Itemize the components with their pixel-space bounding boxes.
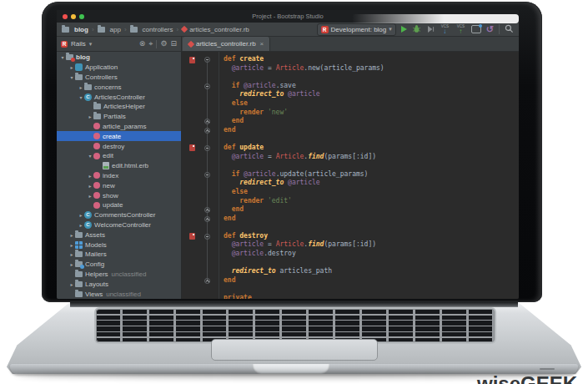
tree-item-config[interactable]: ▸Config (57, 260, 181, 270)
fold-end-icon[interactable] (204, 216, 210, 222)
tree-item-application[interactable]: ▸Application (57, 63, 181, 73)
code-line[interactable]: def create (182, 55, 519, 64)
expander-icon[interactable]: ▸ (68, 242, 75, 248)
code-line[interactable]: def destroy (182, 232, 519, 241)
code-line[interactable]: @article.destroy (182, 250, 519, 259)
tree-item-views[interactable]: Viewsunclassified (57, 289, 181, 299)
expander-icon[interactable]: ▸ (68, 232, 75, 238)
tree-item-blog[interactable]: ▾blog (57, 53, 181, 63)
hide-panel-button[interactable]: ⊟ (170, 40, 177, 48)
expander-icon[interactable]: ▸ (68, 64, 75, 70)
code-line[interactable]: @article = Article.new(article_params) (182, 64, 519, 73)
tree-item-partials[interactable]: ▸Partials (57, 112, 181, 122)
tree-item-edit-html-erb[interactable]: edit.html.erb (57, 161, 181, 171)
controller-action-gutter-icon[interactable] (189, 233, 195, 240)
fold-end-icon[interactable] (204, 119, 210, 124)
run-configuration-selector[interactable]: R Development: blog ▾ (317, 23, 396, 36)
code-line[interactable] (182, 134, 519, 144)
tree-item-welcomecontroller[interactable]: ▸CWelcomeController (57, 220, 181, 230)
fold-open-icon[interactable] (204, 234, 210, 240)
tree-item-controllers[interactable]: ▾Controllers (57, 73, 181, 83)
fold-end-icon[interactable] (204, 128, 210, 134)
tree-item-edit[interactable]: ▾edit (57, 151, 181, 161)
breadcrumb-item-articles-controller-rb[interactable]: articles_controller.rb (182, 26, 249, 33)
fold-open-icon[interactable] (204, 83, 210, 89)
breadcrumb-item-app[interactable]: app (98, 26, 121, 33)
search-everywhere-button[interactable] (505, 22, 514, 37)
chevron-down-icon[interactable]: ▾ (89, 40, 93, 48)
vcs-changes-button[interactable] (471, 25, 481, 33)
controller-action-gutter-icon[interactable] (189, 144, 195, 151)
project-view-selector[interactable]: Rails (71, 40, 86, 48)
locate-file-button[interactable]: ⌖ (148, 40, 153, 48)
fold-end-icon[interactable] (204, 207, 210, 213)
expander-icon[interactable]: ▸ (78, 212, 84, 218)
code-line[interactable]: redirect_to @article (182, 179, 519, 188)
rollback-button[interactable]: ↺ (486, 25, 494, 34)
code-line[interactable]: render 'new' (182, 109, 519, 118)
vcs-update-button[interactable]: VCS ↓ (440, 24, 450, 35)
expander-icon[interactable]: ▸ (78, 84, 84, 90)
tree-item-concerns[interactable]: ▸concerns (57, 82, 181, 92)
tree-item-commentscontroller[interactable]: ▸CCommentsController (57, 210, 181, 220)
tree-item-mailers[interactable]: ▸Mailers (57, 250, 181, 260)
vcs-commit-button[interactable]: VCS ↑ (455, 24, 466, 35)
expander-icon[interactable]: ▾ (78, 94, 84, 100)
code-line[interactable] (182, 259, 519, 268)
fold-open-icon[interactable] (204, 145, 210, 151)
tab-articles-controller[interactable]: articles_controller.rb × (183, 37, 270, 51)
tree-item-update[interactable]: update (57, 200, 181, 210)
tree-item-articlescontroller[interactable]: ▾CArticlesController (57, 92, 181, 102)
code-line[interactable] (182, 285, 519, 294)
tree-item-show[interactable]: ▸show (57, 190, 181, 200)
tree-item-assets[interactable]: ▸Assets (57, 230, 181, 240)
breadcrumb-item-blog[interactable]: blog (62, 26, 88, 33)
code-editor[interactable]: def create @article = Article.new(articl… (182, 52, 519, 299)
controller-action-gutter-icon[interactable] (189, 57, 195, 63)
code-line[interactable] (182, 223, 519, 232)
tree-item-articleshelper[interactable]: ArticlesHelper (57, 102, 181, 112)
tree-item-models[interactable]: ▸Models (57, 240, 181, 250)
code-line[interactable]: if @article.save (182, 82, 519, 91)
run-button[interactable] (401, 26, 407, 33)
expander-icon[interactable]: ▾ (59, 54, 66, 60)
tree-item-article-params[interactable]: article_params (57, 122, 181, 132)
expander-icon[interactable]: ▸ (68, 251, 75, 257)
expander-icon[interactable]: ▸ (78, 222, 84, 228)
code-line[interactable]: redirect_to articles_path (182, 267, 519, 276)
expander-icon[interactable]: ▸ (68, 281, 75, 287)
code-line[interactable]: end (182, 215, 519, 224)
code-line[interactable]: else (182, 188, 519, 197)
fold-open-icon[interactable] (204, 172, 210, 178)
fold-end-icon[interactable] (204, 278, 210, 284)
code-line[interactable]: redirect_to @article (182, 90, 519, 99)
code-line[interactable]: def update (182, 144, 519, 153)
expander-icon[interactable]: ▸ (87, 193, 93, 199)
code-line[interactable]: end (182, 276, 519, 285)
expander-icon[interactable]: ▾ (87, 153, 93, 159)
code-line[interactable]: else (182, 99, 519, 109)
tree-item-helpers[interactable]: Helpersunclassified (57, 270, 181, 280)
expander-icon[interactable]: ▸ (87, 173, 93, 179)
code-line[interactable]: end (182, 126, 519, 135)
expander-icon[interactable]: ▸ (87, 183, 93, 189)
code-line[interactable] (182, 161, 519, 170)
code-line[interactable] (182, 73, 519, 82)
tab-close-icon[interactable]: × (260, 40, 264, 48)
tree-item-layouts[interactable]: ▸Layouts (57, 279, 181, 289)
code-line[interactable]: @article = Article.find(params[:id]) (182, 240, 519, 250)
debug-button[interactable] (412, 22, 421, 37)
code-line[interactable]: private (182, 294, 519, 299)
code-line[interactable]: render 'edit' (182, 197, 519, 206)
settings-gear-button[interactable]: ⚙ (160, 40, 167, 48)
tree-item-index[interactable]: ▸index (57, 171, 181, 181)
expander-icon[interactable]: ▸ (87, 114, 93, 119)
tree-item-create[interactable]: create (57, 131, 181, 141)
fold-open-icon[interactable] (204, 57, 210, 63)
code-line[interactable]: if @article.update(article_params) (182, 170, 519, 179)
code-line[interactable]: @article = Article.find(params[:id]) (182, 153, 519, 162)
collapse-all-button[interactable]: ⊗ (139, 40, 146, 48)
tree-item-destroy[interactable]: destroy (57, 141, 181, 151)
code-line[interactable]: end (182, 117, 519, 126)
run-with-coverage-button[interactable] (426, 22, 435, 37)
